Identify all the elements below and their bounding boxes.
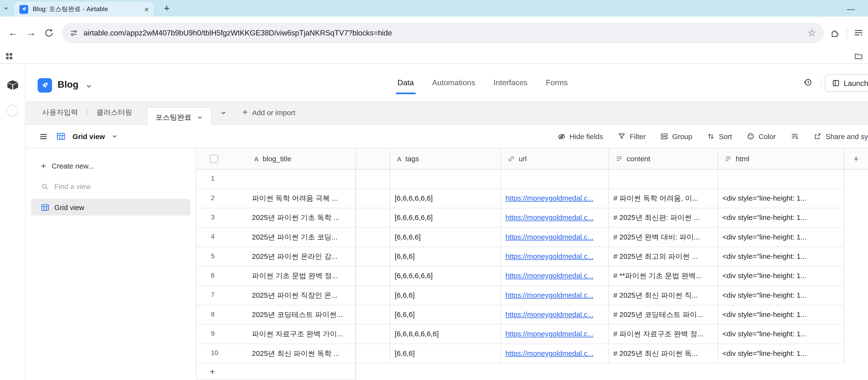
cell-content[interactable]: # 2025년 코딩테스트 파이... bbox=[609, 305, 718, 324]
cell-blank[interactable] bbox=[356, 266, 390, 285]
table-tab-posting-complete[interactable]: 포스팅완료 bbox=[147, 107, 212, 127]
view-switcher[interactable]: Grid view bbox=[56, 132, 118, 141]
cell-blank[interactable] bbox=[356, 189, 390, 208]
cell-html[interactable]: <div style="line-height: 1... bbox=[718, 325, 844, 344]
cell-html[interactable] bbox=[718, 170, 844, 188]
cell-tags[interactable]: [6,6,6,6,6,6] bbox=[390, 208, 501, 227]
cell-blog-title[interactable]: 2025년 최신 파이썬 독학 ... bbox=[247, 344, 356, 363]
cell-content[interactable]: # **파이썬 기초 문법 완벽... bbox=[609, 266, 718, 285]
cell-url[interactable]: https://moneygoldmedal.c... bbox=[501, 305, 609, 324]
cell-tags[interactable]: [6,6,6,6,6,6] bbox=[390, 189, 501, 208]
cell-url[interactable]: https://moneygoldmedal.c... bbox=[501, 208, 609, 227]
column-header-content[interactable]: content bbox=[609, 148, 718, 169]
cell-tags[interactable] bbox=[390, 170, 501, 188]
select-all-checkbox[interactable] bbox=[210, 154, 218, 163]
tab-search-chevron-icon[interactable] bbox=[3, 5, 9, 12]
back-icon[interactable]: ← bbox=[4, 24, 22, 41]
cell-blog-title[interactable] bbox=[247, 170, 356, 188]
cell-tags[interactable]: [6,6,6,6] bbox=[390, 228, 501, 246]
window-minimize-button[interactable]: — bbox=[847, 4, 855, 13]
row-height-button[interactable] bbox=[791, 132, 799, 140]
cell-html[interactable]: <div style="line-height: 1... bbox=[718, 208, 844, 227]
column-header-blog-title[interactable]: A blog_title bbox=[247, 148, 356, 169]
apps-grid-icon[interactable] bbox=[5, 52, 13, 60]
url-link[interactable]: https://moneygoldmedal.c... bbox=[505, 233, 593, 241]
url-link[interactable]: https://moneygoldmedal.c... bbox=[505, 349, 593, 357]
cell-url[interactable]: https://moneygoldmedal.c... bbox=[501, 247, 609, 266]
cell-blog-title[interactable]: 파이썬 기초 문법 완벽 정... bbox=[247, 266, 356, 285]
base-chevron-down-icon[interactable] bbox=[85, 83, 92, 90]
address-bar[interactable]: airtable.com/appz2wM407b9bU9h0/tblH5fgzW… bbox=[62, 23, 824, 43]
cell-blank[interactable] bbox=[356, 344, 390, 363]
url-link[interactable]: https://moneygoldmedal.c... bbox=[505, 252, 593, 260]
view-sidebar-toggle-icon[interactable] bbox=[39, 131, 48, 141]
cell-url[interactable]: https://moneygoldmedal.c... bbox=[501, 189, 609, 208]
row-number[interactable]: 9 bbox=[196, 325, 247, 344]
find-a-view-input[interactable]: Find a view bbox=[26, 176, 196, 197]
cell-content[interactable]: # 파이썬 자료구조 완벽 정... bbox=[609, 325, 718, 344]
site-info-icon[interactable] bbox=[70, 28, 78, 37]
cell-blog-title[interactable]: 파이썬 독학 어려움 극복 ... bbox=[247, 189, 356, 208]
filter-button[interactable]: Filter bbox=[618, 132, 646, 140]
row-number[interactable]: 1 bbox=[196, 170, 247, 188]
cell-blog-title[interactable]: 2025년 파이썬 기초 코딩... bbox=[247, 228, 356, 246]
browser-menu-icon[interactable] bbox=[854, 28, 863, 38]
cell-blank[interactable] bbox=[356, 228, 390, 246]
cell-blank[interactable] bbox=[356, 247, 390, 266]
cell-url[interactable]: https://moneygoldmedal.c... bbox=[501, 228, 609, 246]
sidebar-item-grid-view[interactable]: Grid view bbox=[31, 199, 190, 215]
cell-tags[interactable]: [6,6,6] bbox=[390, 305, 501, 324]
table-chevron-down-icon[interactable] bbox=[196, 114, 203, 121]
cell-html[interactable]: <div style="line-height: 1... bbox=[718, 266, 844, 285]
hide-fields-button[interactable]: Hide fields bbox=[557, 132, 603, 140]
cell-tags[interactable]: [6,6,6] bbox=[390, 247, 501, 266]
cell-blog-title[interactable]: 2025년 파이썬 온라인 강... bbox=[247, 247, 356, 266]
row-number[interactable]: 5 bbox=[196, 247, 247, 266]
new-tab-button[interactable]: + bbox=[164, 1, 169, 16]
cell-content[interactable]: # 2025년 최신 파이썬 직... bbox=[609, 286, 718, 305]
row-number[interactable]: 2 bbox=[196, 189, 247, 208]
add-field-button[interactable]: + bbox=[844, 148, 868, 169]
cell-url[interactable]: https://moneygoldmedal.c... bbox=[501, 286, 609, 305]
cell-content[interactable]: # 2025년 최신판: 파이썬 ... bbox=[609, 208, 718, 227]
cell-blank[interactable] bbox=[356, 286, 390, 305]
add-or-import-button[interactable]: + Add or import bbox=[242, 108, 295, 117]
row-number[interactable]: 7 bbox=[196, 286, 247, 305]
cell-content[interactable]: # 파이썬 독학 어려움, 이... bbox=[609, 189, 718, 208]
create-new-button[interactable]: + Create new... bbox=[26, 156, 196, 176]
column-header-url[interactable]: url bbox=[501, 148, 609, 169]
row-number[interactable]: 8 bbox=[196, 305, 247, 324]
bookmark-star-icon[interactable]: ☆ bbox=[807, 27, 816, 38]
tab-data[interactable]: Data bbox=[398, 78, 414, 87]
select-all-header[interactable] bbox=[196, 148, 247, 169]
url-text[interactable]: airtable.com/appz2wM407b9bU9h0/tblH5fgzW… bbox=[84, 28, 802, 37]
cell-blank[interactable] bbox=[356, 170, 390, 188]
cell-content[interactable] bbox=[609, 170, 718, 188]
row-number[interactable]: 3 bbox=[196, 208, 247, 227]
group-button[interactable]: Group bbox=[660, 132, 692, 140]
cell-content[interactable]: # 2025년 완벽 대비: 파이... bbox=[609, 228, 718, 246]
launch-button[interactable]: Launch bbox=[825, 75, 868, 92]
cell-blog-title[interactable]: 2025년 파이썬 기초 독학 ... bbox=[247, 208, 356, 227]
cell-blank[interactable] bbox=[356, 208, 390, 227]
cell-html[interactable]: <div style="line-height: 1... bbox=[718, 189, 844, 208]
other-favorites-folder-icon[interactable] bbox=[854, 52, 863, 60]
cell-tags[interactable]: [6,6,6] bbox=[390, 344, 501, 363]
cell-html[interactable]: <div style="line-height: 1... bbox=[718, 247, 844, 266]
tab-close-icon[interactable]: × bbox=[145, 5, 149, 13]
sort-button[interactable]: Sort bbox=[707, 132, 732, 140]
tab-forms[interactable]: Forms bbox=[546, 78, 568, 87]
cell-html[interactable]: <div style="line-height: 1... bbox=[718, 344, 844, 363]
cell-blog-title[interactable]: 파이썬 자료구조 완벽 가이... bbox=[247, 325, 356, 344]
tab-interfaces[interactable]: Interfaces bbox=[493, 78, 527, 87]
cell-content[interactable]: # 2025년 최신 파이썬 독... bbox=[609, 344, 718, 363]
url-link[interactable]: https://moneygoldmedal.c... bbox=[505, 194, 593, 202]
base-name[interactable]: Blog bbox=[58, 79, 79, 90]
cell-url[interactable] bbox=[501, 170, 609, 188]
history-icon[interactable] bbox=[803, 78, 812, 87]
column-header-blank[interactable] bbox=[356, 148, 390, 169]
airtable-logo-icon[interactable] bbox=[6, 79, 19, 91]
add-record-button[interactable]: + bbox=[196, 363, 356, 380]
forward-icon[interactable]: → bbox=[22, 24, 40, 41]
cell-blank[interactable] bbox=[356, 325, 390, 344]
